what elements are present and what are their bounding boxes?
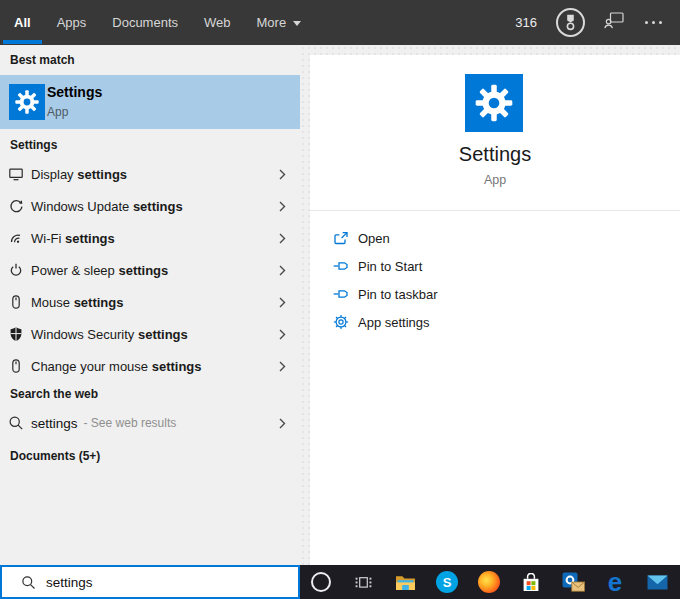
pin-icon — [333, 286, 349, 302]
result-mouse-settings[interactable]: Mouse settings — [0, 286, 300, 318]
result-label: Windows Security — [31, 327, 138, 342]
search-icon — [21, 575, 36, 590]
skype-letter: S — [443, 575, 452, 590]
web-suffix: - See web results — [84, 416, 177, 430]
result-wifi-settings[interactable]: Wi-Fi settings — [0, 222, 300, 254]
edge-letter: e — [608, 567, 622, 597]
chevron-right-icon[interactable] — [279, 297, 286, 308]
more-options-icon[interactable] — [643, 17, 664, 28]
search-input[interactable] — [46, 575, 298, 590]
firefox-button[interactable] — [468, 565, 510, 599]
settings-results-list: Display settings Windows Update settings — [0, 158, 300, 382]
result-windows-security-settings[interactable]: Windows Security settings — [0, 318, 300, 350]
open-button[interactable]: Open — [310, 224, 680, 252]
best-match-title: Settings — [47, 84, 102, 100]
rewards-medal-icon[interactable] — [556, 8, 585, 37]
tab-documents-label: Documents — [112, 15, 178, 30]
result-label: Power & sleep — [31, 263, 118, 278]
settings-app-tile — [9, 84, 45, 120]
windows-search-panel: All Apps Documents Web More 316 — [0, 0, 680, 599]
chevron-right-icon[interactable] — [279, 201, 286, 212]
task-view-icon — [354, 575, 373, 590]
tab-all-label: All — [14, 15, 31, 30]
mouse-icon — [8, 358, 24, 374]
open-icon — [333, 230, 349, 246]
result-power-sleep-settings[interactable]: Power & sleep settings — [0, 254, 300, 286]
cortana-button[interactable] — [300, 565, 342, 599]
result-change-mouse-settings[interactable]: Change your mouse settings — [0, 350, 300, 382]
chevron-right-icon[interactable] — [279, 418, 286, 429]
store-button[interactable] — [510, 565, 552, 599]
taskbar: S e — [300, 565, 680, 599]
tab-web[interactable]: Web — [204, 0, 231, 45]
search-web-section-header: Search the web — [10, 387, 98, 401]
file-explorer-icon — [395, 574, 416, 591]
medal-glyph — [564, 14, 577, 31]
edge-icon: e — [608, 569, 622, 595]
chevron-right-icon[interactable] — [279, 361, 286, 372]
tab-more-label: More — [257, 15, 287, 30]
task-view-button[interactable] — [342, 565, 384, 599]
pin-icon — [333, 258, 349, 274]
tab-apps[interactable]: Apps — [57, 0, 87, 45]
skype-button[interactable]: S — [426, 565, 468, 599]
pin-to-start-button[interactable]: Pin to Start — [310, 252, 680, 280]
result-windows-update-settings[interactable]: Windows Update settings — [0, 190, 300, 222]
web-query: settings — [31, 416, 78, 431]
mail-button[interactable] — [636, 565, 678, 599]
result-label: Mouse — [31, 295, 74, 310]
best-match-result[interactable]: Settings App — [0, 75, 300, 129]
tab-more[interactable]: More — [257, 0, 302, 45]
display-icon — [8, 166, 24, 182]
shield-icon — [8, 326, 24, 342]
gear-icon — [13, 88, 41, 116]
edge-button[interactable]: e — [594, 565, 636, 599]
results-panel: Best match — [0, 45, 300, 599]
firefox-icon — [478, 571, 500, 593]
result-label: Change your mouse — [31, 359, 152, 374]
result-label: Display — [31, 167, 77, 182]
result-label: Windows Update — [31, 199, 133, 214]
search-header: All Apps Documents Web More 316 — [0, 0, 680, 45]
search-bar[interactable] — [0, 565, 300, 599]
mouse-icon — [8, 294, 24, 310]
app-settings-button[interactable]: App settings — [310, 308, 680, 336]
cortana-icon — [311, 572, 331, 592]
gear-outline-icon — [333, 314, 349, 330]
action-label: Open — [358, 231, 390, 246]
skype-icon: S — [436, 571, 458, 593]
chevron-right-icon[interactable] — [279, 329, 286, 340]
settings-app-tile-large — [465, 74, 523, 132]
store-icon — [521, 573, 541, 592]
documents-section-header: Documents (5+) — [10, 449, 100, 463]
chevron-right-icon[interactable] — [279, 265, 286, 276]
settings-section-header: Settings — [10, 138, 57, 152]
feedback-icon[interactable] — [604, 12, 624, 33]
outlook-icon — [562, 572, 585, 592]
wifi-icon — [8, 230, 24, 246]
tab-all[interactable]: All — [14, 0, 31, 45]
result-see-web-results[interactable]: settings - See web results — [0, 407, 300, 439]
best-match-subtitle: App — [47, 105, 68, 119]
chevron-down-icon — [293, 21, 301, 26]
chevron-right-icon[interactable] — [279, 233, 286, 244]
mail-icon — [647, 575, 668, 590]
action-label: Pin to Start — [358, 259, 422, 274]
result-display-settings[interactable]: Display settings — [0, 158, 300, 190]
file-explorer-button[interactable] — [384, 565, 426, 599]
tab-documents[interactable]: Documents — [112, 0, 178, 45]
gear-icon — [472, 81, 516, 125]
preview-subtitle: App — [310, 173, 680, 187]
power-icon — [8, 262, 24, 278]
chevron-right-icon[interactable] — [279, 169, 286, 180]
divider — [310, 210, 680, 211]
update-icon — [8, 198, 24, 214]
preview-title: Settings — [310, 143, 680, 166]
outlook-button[interactable] — [552, 565, 594, 599]
best-match-header: Best match — [10, 53, 75, 67]
action-label: App settings — [358, 315, 430, 330]
pin-to-taskbar-button[interactable]: Pin to taskbar — [310, 280, 680, 308]
tab-web-label: Web — [204, 15, 231, 30]
rewards-points: 316 — [515, 15, 537, 30]
search-icon — [8, 415, 24, 431]
